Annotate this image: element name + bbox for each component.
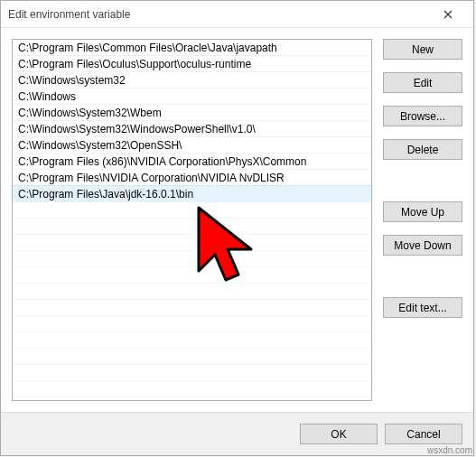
dialog-footer: OK Cancel	[1, 412, 473, 455]
browse-button[interactable]: Browse...	[383, 106, 462, 126]
new-button[interactable]: New	[383, 39, 462, 60]
cancel-button[interactable]: Cancel	[385, 424, 462, 444]
button-sidebar: New Edit Browse... Delete Move Up Move D…	[383, 39, 462, 401]
delete-button[interactable]: Delete	[383, 139, 462, 160]
move-down-button[interactable]: Move Down	[383, 235, 462, 256]
dialog-window: Edit environment variable C:\Program Fil…	[0, 0, 474, 456]
close-icon	[443, 10, 453, 19]
list-item[interactable]: C:\Program Files (x86)\NVIDIA Corporatio…	[13, 154, 371, 170]
window-title: Edit environment variable	[8, 8, 430, 21]
ok-button[interactable]: OK	[300, 424, 378, 444]
watermark: wsxdn.com	[427, 445, 472, 455]
list-item[interactable]: C:\Windows\System32\OpenSSH\	[13, 137, 371, 154]
list-item[interactable]: C:\Windows\system32	[13, 72, 371, 89]
list-item-selected[interactable]: C:\Program Files\Java\jdk-16.0.1\bin	[13, 186, 371, 202]
list-item[interactable]: C:\Windows\System32\Wbem	[13, 105, 371, 121]
content-area: C:\Program Files\Common Files\Oracle\Jav…	[1, 28, 473, 412]
edit-button[interactable]: Edit	[383, 72, 462, 93]
list-item[interactable]: C:\Windows	[13, 89, 371, 105]
list-item[interactable]: C:\Program Files\Common Files\Oracle\Jav…	[13, 40, 371, 56]
close-button[interactable]	[430, 2, 466, 27]
list-item[interactable]: C:\Windows\System32\WindowsPowerShell\v1…	[13, 121, 371, 137]
edit-text-button[interactable]: Edit text...	[383, 297, 462, 318]
titlebar: Edit environment variable	[1, 1, 473, 28]
list-item[interactable]: C:\Program Files\NVIDIA Corporation\NVID…	[13, 170, 371, 186]
path-listbox[interactable]: C:\Program Files\Common Files\Oracle\Jav…	[12, 39, 372, 401]
list-item[interactable]: C:\Program Files\Oculus\Support\oculus-r…	[13, 56, 371, 72]
list-empty-area[interactable]	[13, 202, 371, 400]
move-up-button[interactable]: Move Up	[383, 201, 462, 222]
